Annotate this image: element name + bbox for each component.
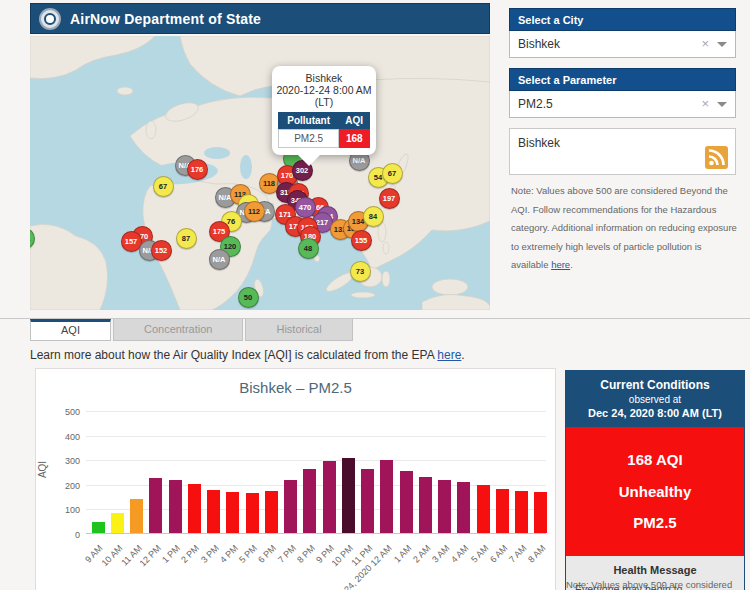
x-tick-label: 5 AM	[469, 543, 491, 565]
select-city-header: Select a City	[509, 8, 736, 31]
chart-bar[interactable]	[303, 469, 316, 533]
tab-historical[interactable]: Historical	[245, 319, 352, 341]
chart-bar[interactable]	[342, 458, 355, 533]
map-marker[interactable]: 87	[176, 228, 197, 249]
aqi-chart: Bishkek – PM2.5 AQI 0100200300400500 9 A…	[35, 368, 556, 590]
chevron-down-icon[interactable]	[717, 102, 727, 112]
x-tick-label: 8 AM	[526, 543, 548, 565]
aqi-status-badge: 168 AQI Unhealthy PM2.5	[566, 427, 744, 556]
chart-bar[interactable]	[169, 480, 182, 533]
x-tick-label: 7 AM	[507, 543, 529, 565]
app-header: AirNow Department of State	[30, 3, 490, 34]
map-marker[interactable]: 84	[363, 206, 384, 227]
y-tick-label: 0	[50, 530, 80, 540]
x-tick-label: 5 PM	[237, 543, 259, 565]
map-marker[interactable]: 152	[151, 240, 172, 261]
chart-bar[interactable]	[477, 485, 490, 533]
chart-bar[interactable]	[400, 471, 413, 533]
health-message-title: Health Message	[575, 564, 735, 576]
chart-bar[interactable]	[149, 478, 162, 533]
note-here-link[interactable]: here	[551, 259, 570, 270]
map-marker[interactable]: 176	[187, 159, 208, 180]
x-tick-label: 8 PM	[295, 543, 317, 565]
x-tick-label: 3 AM	[430, 543, 452, 565]
rss-icon[interactable]	[705, 146, 728, 169]
map-marker[interactable]: 197	[379, 188, 400, 209]
y-axis-title: AQI	[37, 461, 48, 478]
popup-pollutant-header: Pollutant	[278, 112, 338, 130]
x-tick-label: 7 PM	[276, 543, 298, 565]
x-tick-label: 6 AM	[488, 543, 510, 565]
chart-bar[interactable]	[361, 469, 374, 533]
map-marker[interactable]: 50	[238, 287, 259, 308]
chart-bar[interactable]	[438, 480, 451, 533]
tab-concentration[interactable]: Concentration	[113, 319, 244, 341]
map-marker[interactable]: 67	[382, 163, 403, 184]
map-marker[interactable]: N/A	[209, 249, 230, 270]
popup-pollutant-value: PM2.5	[278, 130, 338, 148]
city-dropdown[interactable]: Bishkek ×	[509, 31, 736, 58]
dos-seal-icon	[39, 8, 61, 30]
chart-bar[interactable]	[419, 477, 432, 533]
map-marker[interactable]: 67	[153, 176, 174, 197]
map-popup: Bishkek 2020-12-24 8:00 AM (LT) Pollutan…	[272, 66, 376, 155]
x-tick-label: 4 PM	[218, 543, 240, 565]
chart-bar[interactable]	[111, 513, 124, 533]
epa-here-link[interactable]: here	[437, 348, 461, 362]
chart-bar[interactable]	[130, 499, 143, 533]
parameter-dropdown-value: PM2.5	[518, 97, 553, 111]
chart-bar[interactable]	[226, 492, 239, 533]
observed-datetime: Dec 24, 2020 8:00 AM (LT)	[570, 407, 740, 419]
current-aqi-value: 168 AQI	[572, 444, 738, 476]
x-tick-label: 6 PM	[256, 543, 278, 565]
current-conditions-title: Current Conditions	[570, 378, 740, 392]
y-tick-label: 500	[50, 407, 80, 417]
current-pollutant: PM2.5	[572, 507, 738, 539]
chart-bar[interactable]	[246, 493, 259, 533]
popup-timezone: (LT)	[276, 96, 372, 108]
map-land	[30, 36, 490, 310]
bottom-note: Note: Values above 500 are considered Be…	[566, 579, 746, 590]
gridline	[86, 411, 546, 412]
map-marker[interactable]: 73	[350, 261, 371, 282]
x-tick-label: 10 AM	[99, 543, 124, 568]
x-tick-label: 2 AM	[411, 543, 433, 565]
current-aqi-category: Unhealthy	[572, 476, 738, 508]
world-map[interactable]: N/A17667N/A11391N/AN/A11276175120N/A50N/…	[30, 36, 490, 310]
gridline	[86, 436, 546, 437]
chart-bar[interactable]	[534, 492, 547, 533]
x-tick-label: 1 AM	[392, 543, 414, 565]
clear-city-icon[interactable]: ×	[701, 31, 709, 57]
map-marker[interactable]: 48	[298, 238, 319, 259]
map-marker[interactable]: 155	[351, 230, 372, 251]
chart-bar[interactable]	[515, 491, 528, 533]
popup-aqi-header: AQI	[339, 112, 370, 130]
chart-bar[interactable]	[207, 490, 220, 533]
chart-plot	[86, 411, 546, 534]
city-dropdown-value: Bishkek	[518, 37, 560, 51]
chart-bar[interactable]	[188, 484, 201, 533]
tab-bar: AQI Concentration Historical	[30, 319, 355, 341]
chart-bar[interactable]	[284, 480, 297, 533]
chart-bar[interactable]	[92, 522, 105, 533]
y-tick-label: 300	[50, 456, 80, 466]
current-conditions-panel: Current Conditions observed at Dec 24, 2…	[565, 370, 745, 590]
sidebar-note: Note: Values above 500 are considered Be…	[511, 182, 737, 275]
chart-bar[interactable]	[265, 491, 278, 533]
app-title: AirNow Department of State	[70, 11, 261, 27]
map-marker[interactable]: 112	[244, 201, 265, 222]
map-marker[interactable]: 470	[295, 197, 316, 218]
tab-aqi[interactable]: AQI	[30, 319, 111, 341]
chart-bar[interactable]	[323, 461, 336, 533]
y-tick-label: 100	[50, 505, 80, 515]
chart-bar[interactable]	[496, 489, 509, 533]
chart-bar[interactable]	[457, 482, 470, 533]
learn-more-text: Learn more about how the Air Quality Ind…	[30, 348, 465, 362]
chart-bar[interactable]	[380, 460, 393, 533]
x-tick-label: 2 PM	[179, 543, 201, 565]
chevron-down-icon[interactable]	[717, 42, 727, 52]
select-parameter-header: Select a Parameter	[509, 68, 736, 91]
page: AirNow Department of State	[0, 0, 750, 590]
parameter-dropdown[interactable]: PM2.5 ×	[509, 91, 736, 118]
clear-parameter-icon[interactable]: ×	[701, 91, 709, 117]
